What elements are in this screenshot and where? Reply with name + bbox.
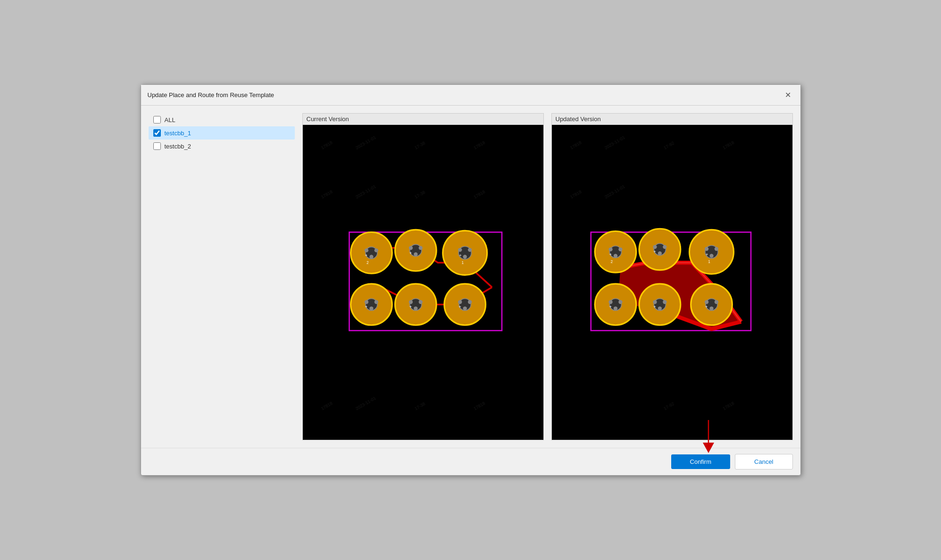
svg-text:+: + — [705, 252, 708, 257]
svg-point-77 — [704, 247, 708, 251]
svg-point-38 — [369, 306, 373, 310]
label-testcbb2: testcbb_2 — [165, 143, 191, 150]
svg-point-23 — [408, 246, 412, 250]
svg-text:+: + — [409, 304, 412, 309]
svg-text:2023-11-01: 2023-11-01 — [354, 395, 376, 412]
svg-point-43 — [418, 300, 422, 304]
svg-point-42 — [408, 300, 412, 304]
svg-text:17818: 17818 — [722, 401, 735, 412]
svg-text:+: + — [458, 304, 461, 309]
current-version-col: Current Version 17818 2023-11-01 17-38 1… — [302, 113, 544, 440]
svg-point-50 — [463, 306, 466, 310]
current-version-svg: 17818 2023-11-01 17-38 17818 17818 2023-… — [303, 125, 543, 440]
checkbox-testcbb1[interactable] — [153, 129, 161, 137]
svg-text:1: 1 — [461, 260, 464, 265]
svg-text:17-38: 17-38 — [413, 401, 425, 412]
svg-text:17818: 17818 — [473, 140, 486, 150]
checklist-item-testcbb2[interactable]: testcbb_2 — [149, 140, 295, 153]
close-button[interactable]: ✕ — [782, 90, 794, 100]
svg-point-16 — [364, 248, 368, 252]
svg-point-84 — [608, 300, 612, 304]
dialog-body: ALL testcbb_1 testcbb_2 Current Version — [141, 106, 800, 448]
svg-text:1: 1 — [708, 259, 710, 264]
svg-point-96 — [704, 300, 708, 304]
svg-text:+: + — [609, 304, 612, 309]
checkbox-all[interactable] — [153, 116, 161, 124]
svg-point-18 — [369, 255, 373, 259]
svg-point-73 — [658, 251, 661, 255]
svg-text:17-92: 17-92 — [662, 140, 675, 150]
svg-point-49 — [467, 300, 471, 304]
svg-point-66 — [613, 254, 617, 257]
label-testcbb1: testcbb_1 — [165, 130, 191, 137]
svg-point-65 — [618, 247, 622, 251]
updated-version-canvas: 17818 2023-11-01 17-92 17818 17818 2023-… — [551, 124, 793, 440]
title-bar: Update Place and Route from Reuse Templa… — [141, 85, 800, 106]
svg-text:+: + — [409, 250, 412, 255]
svg-text:+: + — [653, 249, 656, 254]
svg-text:+: + — [653, 304, 656, 309]
update-place-route-dialog: Update Place and Route from Reuse Templa… — [141, 84, 801, 476]
svg-point-71 — [653, 245, 657, 249]
confirm-button[interactable]: Confirm — [671, 454, 731, 469]
dialog-footer: Confirm Cancel — [141, 448, 800, 475]
svg-text:2: 2 — [366, 260, 368, 265]
svg-point-17 — [374, 248, 378, 252]
svg-point-36 — [364, 300, 368, 304]
svg-text:2: 2 — [610, 259, 613, 264]
label-all: ALL — [165, 116, 175, 124]
svg-text:+: + — [609, 252, 612, 257]
svg-text:17818: 17818 — [569, 140, 582, 150]
checkbox-testcbb2[interactable] — [153, 142, 161, 150]
svg-text:17818: 17818 — [722, 140, 735, 150]
previews-container: Current Version 17818 2023-11-01 17-38 1… — [302, 113, 793, 440]
svg-text:17818: 17818 — [569, 189, 582, 200]
svg-text:2023-11-01: 2023-11-01 — [603, 184, 625, 200]
updated-version-col: Updated Version 17818 2023-11-01 17-92 1… — [551, 113, 793, 440]
updated-version-header: Updated Version — [551, 113, 793, 124]
current-version-canvas: 17818 2023-11-01 17-38 17818 17818 2023-… — [302, 124, 544, 440]
svg-point-86 — [613, 306, 617, 310]
svg-point-64 — [608, 247, 612, 251]
svg-text:2023-11-01: 2023-11-01 — [354, 184, 376, 200]
svg-text:17818: 17818 — [473, 401, 486, 412]
svg-point-25 — [414, 252, 417, 256]
svg-text:17-38: 17-38 — [413, 140, 425, 150]
svg-point-90 — [653, 300, 657, 304]
current-version-header: Current Version — [302, 113, 544, 124]
svg-text:2023-11-01: 2023-11-01 — [603, 134, 625, 150]
svg-point-72 — [663, 245, 666, 249]
svg-text:17818: 17818 — [320, 401, 333, 412]
svg-point-79 — [709, 254, 713, 257]
svg-text:+: + — [459, 253, 462, 258]
svg-text:+: + — [705, 304, 708, 309]
svg-point-91 — [663, 300, 666, 304]
updated-version-svg: 17818 2023-11-01 17-92 17818 17818 2023-… — [552, 125, 792, 440]
svg-point-92 — [658, 306, 661, 310]
svg-text:+: + — [365, 253, 367, 258]
svg-text:17818: 17818 — [320, 189, 333, 200]
svg-point-97 — [714, 300, 718, 304]
svg-point-37 — [374, 300, 378, 304]
checklist-item-testcbb1[interactable]: testcbb_1 — [149, 126, 295, 140]
left-panel: ALL testcbb_1 testcbb_2 — [149, 113, 295, 440]
svg-point-85 — [618, 300, 622, 304]
dialog-title: Update Place and Route from Reuse Templa… — [148, 91, 275, 99]
svg-text:17818: 17818 — [473, 189, 486, 200]
svg-text:2023-11-01: 2023-11-01 — [354, 134, 376, 150]
checklist-item-all[interactable]: ALL — [149, 113, 295, 126]
svg-text:17818: 17818 — [320, 140, 333, 150]
svg-point-31 — [463, 255, 466, 259]
cancel-button[interactable]: Cancel — [735, 454, 792, 469]
svg-point-24 — [418, 246, 422, 250]
svg-point-98 — [709, 306, 713, 310]
svg-point-29 — [458, 248, 462, 252]
svg-point-78 — [714, 247, 718, 251]
svg-point-30 — [467, 248, 471, 252]
svg-point-48 — [458, 300, 462, 304]
svg-text:17-38: 17-38 — [413, 189, 425, 200]
svg-text:+: + — [365, 304, 367, 309]
svg-text:17-92: 17-92 — [662, 401, 675, 412]
svg-point-44 — [414, 306, 417, 310]
